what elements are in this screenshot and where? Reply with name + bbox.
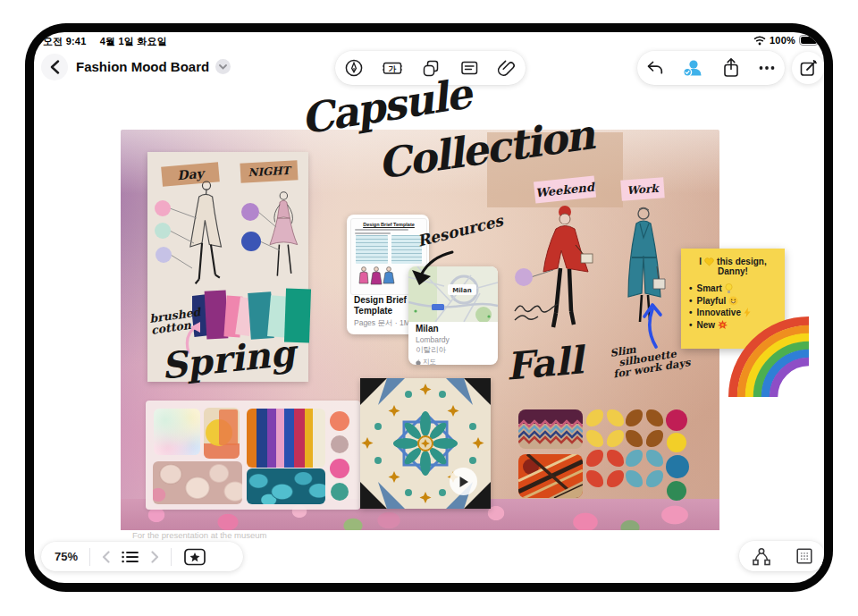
- map-title: Milan: [416, 324, 492, 333]
- palette-circle-blue: [666, 455, 689, 478]
- back-button[interactable]: [41, 54, 68, 80]
- sticky-bullet-label: Playful: [697, 295, 727, 308]
- apple-logo-icon: [416, 359, 421, 366]
- resources-arrow: [409, 249, 456, 288]
- tile-pattern-video[interactable]: [360, 378, 491, 509]
- divider: [89, 548, 90, 566]
- undo-button[interactable]: [645, 58, 665, 78]
- navigation-bar: 75%: [41, 542, 243, 571]
- more-button[interactable]: [757, 58, 777, 78]
- markup-pen-tool-button[interactable]: [344, 58, 364, 78]
- new-board-button[interactable]: [792, 52, 824, 84]
- abstract-shapes-tile[interactable]: [204, 408, 240, 459]
- actions-toolbar: [637, 51, 785, 85]
- compose-icon: [799, 59, 818, 78]
- favorites-button[interactable]: [183, 547, 206, 567]
- svg-text:Milan: Milan: [452, 287, 471, 294]
- board-title-menu[interactable]: Fashion Mood Board: [76, 59, 231, 74]
- select-mode-button[interactable]: [795, 546, 814, 566]
- handwritten-scribble: [513, 302, 559, 325]
- palette-circle-coral: [330, 411, 349, 431]
- petal-motif-yellow[interactable]: [586, 409, 624, 447]
- freeform-canvas[interactable]: Capsule Collection Day NIGHT: [34, 89, 824, 536]
- yellow-heart-icon: [704, 257, 714, 266]
- palette-circle-mauve: [331, 435, 349, 453]
- season-fall-label[interactable]: Fall: [504, 338, 585, 388]
- palette-circle-yellow: [667, 433, 686, 452]
- weekend-palette-dot: [513, 266, 554, 288]
- wifi-icon: [753, 36, 766, 46]
- sticky-bullet-row: Playful: [681, 295, 785, 308]
- doc-heading: Design Brief Template: [351, 222, 426, 227]
- status-bar: 오전 9:41 4월 1일 화요일: [43, 35, 167, 48]
- collaborate-button[interactable]: [681, 57, 704, 79]
- status-date: 4월 1일 화요일: [100, 36, 167, 46]
- sticky-intro-name: Danny!: [681, 266, 785, 276]
- work-label: Work: [627, 181, 659, 196]
- woven-textile-tile[interactable]: [518, 454, 583, 498]
- zigzag-knit-tile[interactable]: [518, 409, 583, 449]
- board-list-button[interactable]: [122, 550, 139, 564]
- share-button[interactable]: [721, 57, 741, 79]
- connect-objects-button[interactable]: [751, 545, 772, 567]
- battery-percent-label: 100%: [770, 35, 795, 46]
- sticky-bullet-label: Smart: [697, 283, 722, 295]
- board-caption: For the presentation at the museum: [132, 530, 267, 540]
- view-options-bar: [739, 541, 824, 571]
- turquoise-stones-tile[interactable]: [247, 468, 325, 504]
- sticky-bullet-label: New: [697, 319, 716, 332]
- light-bulb-icon: [725, 283, 733, 294]
- status-time: 오전 9:41: [43, 36, 86, 46]
- svg-text:가: 가: [389, 64, 397, 73]
- board-forward-button[interactable]: [151, 551, 159, 563]
- palette-circle-pink: [330, 459, 349, 478]
- board-heading[interactable]: Capsule Collection: [295, 82, 590, 207]
- board-back-button[interactable]: [102, 551, 110, 563]
- rainbow-emoji[interactable]: [727, 315, 809, 397]
- chevron-left-icon: [50, 60, 60, 74]
- map-region: Lombardy: [416, 335, 492, 344]
- work-label-strip[interactable]: Work: [620, 177, 664, 200]
- petal-motif-brown[interactable]: [626, 409, 663, 447]
- ipad-screen: 오전 9:41 4월 1일 화요일 100% Fashion Mood Boar…: [34, 32, 824, 583]
- attachment-tool-button[interactable]: [497, 58, 517, 78]
- watercolor-tile[interactable]: [154, 409, 200, 455]
- map-country: 이탈리아: [416, 345, 492, 356]
- petal-motif-teal[interactable]: [626, 450, 663, 487]
- chevron-down-icon: [215, 59, 231, 74]
- sticky-bullet-row: Smart: [681, 283, 785, 295]
- palette-circle-teal: [331, 483, 349, 501]
- fabric-rolls-tile[interactable]: [247, 409, 325, 468]
- roses-photo-tile[interactable]: [153, 461, 242, 504]
- zoom-level-button[interactable]: 75%: [55, 550, 78, 563]
- palette-circle-crimson: [666, 409, 687, 431]
- palette-circle-green: [667, 481, 686, 501]
- doc-figures: [357, 266, 396, 289]
- divider: [171, 548, 172, 566]
- map-app-name: 지도: [423, 358, 436, 365]
- page-title: Fashion Mood Board: [76, 59, 209, 74]
- sticky-intro-start: I: [699, 257, 702, 266]
- petal-motif-red[interactable]: [586, 450, 624, 487]
- sticky-intro-end: this design,: [717, 257, 767, 266]
- play-icon: [458, 476, 469, 488]
- smiley-icon: [728, 296, 738, 306]
- play-button[interactable]: [450, 468, 477, 495]
- text-tool-button[interactable]: 가: [382, 58, 403, 78]
